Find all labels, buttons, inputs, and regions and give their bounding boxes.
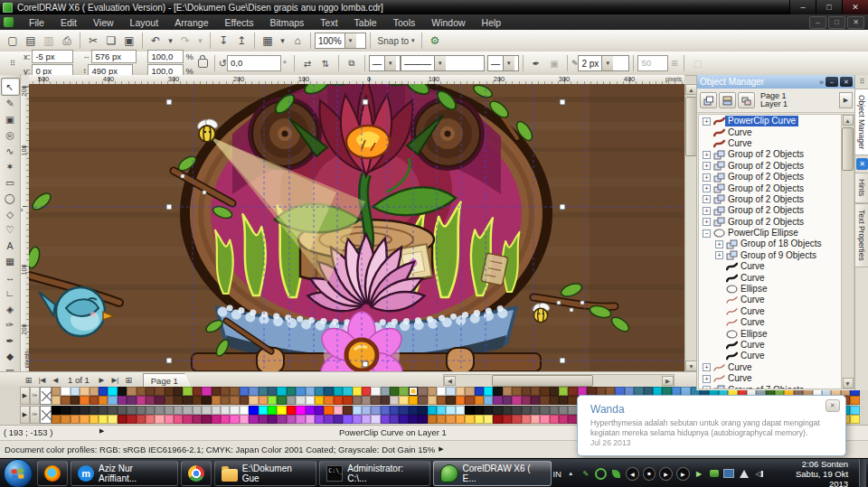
menu-window[interactable]: Window <box>423 14 473 30</box>
color-swatch[interactable] <box>240 387 249 396</box>
vertical-ruler[interactable]: 2001000100200pixels <box>20 84 29 371</box>
color-swatch[interactable] <box>850 396 859 405</box>
color-swatch[interactable] <box>381 406 390 415</box>
media-play-icon[interactable]: ▶ <box>676 467 690 481</box>
basic-shapes-tool[interactable]: ♡ <box>2 222 19 239</box>
tree-expander[interactable]: + <box>703 117 711 126</box>
color-swatch[interactable] <box>221 387 230 396</box>
color-swatch[interactable] <box>315 387 324 396</box>
tree-expander[interactable]: + <box>703 195 711 203</box>
color-swatch[interactable] <box>80 387 89 396</box>
palette-flyout-button[interactable]: ▶ <box>20 406 30 424</box>
taskbar-button-firefox[interactable] <box>37 461 68 486</box>
tree-expander[interactable]: + <box>703 184 711 192</box>
rectangle-tool[interactable]: ▭ <box>2 174 19 191</box>
color-swatch[interactable] <box>90 415 99 424</box>
color-swatch[interactable] <box>493 396 502 405</box>
color-swatch[interactable] <box>324 396 333 405</box>
color-swatch[interactable] <box>306 387 315 396</box>
dimension-tool[interactable]: ↔ <box>2 269 19 286</box>
connector-tool[interactable]: ∟ <box>2 286 19 302</box>
color-swatch[interactable] <box>230 387 239 396</box>
color-swatch[interactable] <box>540 387 549 396</box>
snap-to-button[interactable]: Snap to ▾ <box>375 33 417 50</box>
color-swatch[interactable] <box>287 415 296 424</box>
tree-expander[interactable]: − <box>703 229 711 238</box>
no-color-swatch[interactable] <box>40 387 52 405</box>
color-swatch[interactable] <box>399 415 408 424</box>
text-tool[interactable]: A <box>2 238 19 254</box>
color-swatch[interactable] <box>484 406 493 415</box>
color-swatch[interactable] <box>418 396 427 405</box>
selection-handle[interactable] <box>560 204 565 210</box>
color-swatch[interactable] <box>334 415 343 424</box>
color-swatch[interactable] <box>353 396 362 405</box>
freehand-tool[interactable]: ∿ <box>2 143 19 159</box>
color-swatch[interactable] <box>212 396 221 405</box>
color-swatch[interactable] <box>315 406 324 415</box>
tray-play-icon[interactable]: ▶ <box>693 468 705 480</box>
color-swatch[interactable] <box>230 415 239 424</box>
eyedropper-icon[interactable]: ✑ <box>30 406 40 424</box>
color-swatch[interactable] <box>193 415 202 424</box>
color-swatch[interactable] <box>202 415 211 424</box>
color-swatch[interactable] <box>183 387 192 396</box>
color-swatch[interactable] <box>522 387 531 396</box>
docker-flyout-button[interactable]: ▶ <box>839 92 853 108</box>
lock-ratio-button[interactable] <box>198 59 208 68</box>
color-swatch[interactable] <box>503 406 512 415</box>
color-swatch[interactable] <box>512 396 521 405</box>
color-swatch[interactable] <box>353 406 362 415</box>
title-bar[interactable]: CorelDRAW X6 ( Evaluation Version) - [E:… <box>0 0 868 14</box>
color-swatch[interactable] <box>315 415 324 424</box>
print-button[interactable]: ⎙ <box>59 33 75 50</box>
color-swatch[interactable] <box>475 387 484 396</box>
tree-item[interactable]: +Group of 9 Objects <box>699 250 841 261</box>
color-swatch[interactable] <box>850 415 859 424</box>
scroll-right-icon[interactable]: ▶ <box>662 376 674 386</box>
color-swatch[interactable] <box>503 387 512 396</box>
color-swatch[interactable] <box>71 396 80 405</box>
tree-item[interactable]: Curve <box>699 295 841 305</box>
tree-item[interactable]: +Curve <box>699 362 841 373</box>
edit-across-layers-button[interactable] <box>719 92 736 108</box>
taskbar-button-explorer[interactable]: E:\Dokumen Gue <box>214 461 317 486</box>
media-previous-icon[interactable]: ◀ <box>626 467 639 481</box>
show-desktop-button[interactable] <box>859 459 866 487</box>
color-swatch[interactable] <box>296 415 305 424</box>
menu-effects[interactable]: Effects <box>216 14 261 30</box>
paste-button[interactable]: ▣ <box>121 33 137 50</box>
color-swatch[interactable] <box>259 415 268 424</box>
horizontal-ruler[interactable]: 5004003002001000100200300400pixels <box>29 75 684 84</box>
color-swatch[interactable] <box>108 387 117 396</box>
tree-scrollbar[interactable]: ▲ ▼ <box>841 115 854 389</box>
color-swatch[interactable] <box>174 396 183 405</box>
menu-edit[interactable]: Edit <box>52 14 85 30</box>
first-page-button[interactable]: |◀ <box>35 374 49 387</box>
tree-item[interactable]: Curve <box>699 272 841 283</box>
taskbar-button-chrome[interactable] <box>181 461 212 486</box>
drawing-canvas[interactable] <box>29 84 684 371</box>
color-swatch[interactable] <box>249 406 258 415</box>
save-button[interactable]: ▥ <box>41 33 57 50</box>
color-swatch[interactable] <box>334 387 343 396</box>
selection-handle[interactable] <box>363 361 368 367</box>
color-swatch[interactable] <box>99 406 108 415</box>
page-tab[interactable]: Page 1 <box>143 373 192 388</box>
color-swatch[interactable] <box>137 415 146 424</box>
color-swatch[interactable] <box>61 387 70 396</box>
mirror-vertical-button[interactable]: ⇅ <box>317 55 334 72</box>
eyedropper-icon[interactable]: ✑ <box>30 387 40 405</box>
selection-handle[interactable] <box>166 204 172 210</box>
color-swatch[interactable] <box>559 396 568 405</box>
tree-item[interactable]: Curve <box>699 340 841 351</box>
start-arrowhead-combo[interactable]: —▾ <box>369 55 401 71</box>
tree-scroll-thumb[interactable] <box>842 127 854 171</box>
color-swatch[interactable] <box>52 406 61 415</box>
color-swatch[interactable] <box>428 415 437 424</box>
color-swatch[interactable] <box>381 396 390 405</box>
tree-expander[interactable]: + <box>703 151 711 159</box>
undo-dropdown-button[interactable]: ▾ <box>165 33 175 50</box>
selection-handle[interactable] <box>560 358 565 363</box>
color-swatch[interactable] <box>71 415 80 424</box>
